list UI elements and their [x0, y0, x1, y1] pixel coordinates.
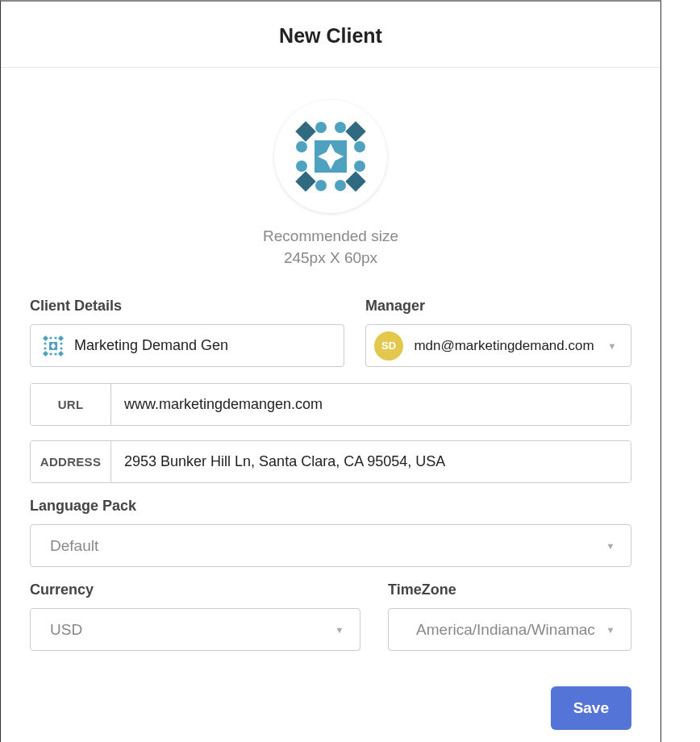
- language-pack-select[interactable]: Default ▼: [30, 524, 631, 567]
- svg-rect-1: [345, 121, 365, 141]
- svg-rect-18: [58, 351, 64, 356]
- recommended-size-line1: Recommended size: [263, 226, 398, 248]
- client-logo-icon: [290, 116, 371, 197]
- currency-value: USD: [50, 621, 82, 639]
- language-pack-value: Default: [50, 537, 98, 555]
- timezone-label: TimeZone: [388, 582, 631, 598]
- address-field[interactable]: ADDRESS 2953 Bunker Hill Ln, Santa Clara…: [30, 440, 631, 483]
- chevron-down-icon: ▼: [332, 623, 347, 637]
- svg-point-9: [296, 160, 307, 172]
- language-pack-label: Language Pack: [30, 498, 631, 515]
- manager-label: Manager: [365, 298, 631, 315]
- svg-point-25: [60, 342, 62, 344]
- svg-point-26: [60, 347, 62, 349]
- svg-rect-2: [295, 171, 315, 191]
- svg-rect-15: [43, 336, 48, 341]
- svg-rect-0: [295, 121, 315, 141]
- recommended-size-hint: Recommended size 245px X 60px: [263, 226, 398, 269]
- svg-point-4: [315, 122, 327, 133]
- manager-select[interactable]: SD mdn@marketingdemand.com ▼: [365, 324, 631, 367]
- svg-point-6: [315, 180, 327, 191]
- recommended-size-line2: 245px X 60px: [263, 248, 398, 269]
- new-client-modal: New Client: [0, 0, 661, 742]
- svg-point-21: [49, 352, 52, 355]
- chevron-down-icon: ▼: [603, 623, 618, 637]
- client-name-value: Marketing Demand Gen: [74, 337, 332, 354]
- modal-body: Recommended size 245px X 60px Client Det…: [1, 68, 660, 742]
- url-value[interactable]: www.marketingdemangen.com: [111, 384, 631, 425]
- svg-point-10: [354, 141, 365, 152]
- svg-rect-17: [43, 351, 48, 356]
- timezone-select[interactable]: America/Indiana/Winamac ▼: [388, 608, 631, 651]
- svg-point-24: [44, 347, 46, 349]
- save-button[interactable]: Save: [551, 686, 631, 730]
- logo-upload[interactable]: [274, 100, 387, 213]
- manager-avatar: SD: [374, 331, 403, 361]
- svg-point-19: [49, 336, 52, 339]
- svg-rect-16: [58, 336, 64, 341]
- svg-point-22: [54, 352, 56, 355]
- address-prefix-label: ADDRESS: [31, 441, 111, 482]
- manager-email: mdn@marketingdemand.com: [403, 338, 605, 354]
- address-value[interactable]: 2953 Bunker Hill Ln, Santa Clara, CA 950…: [111, 441, 631, 482]
- svg-rect-3: [345, 171, 365, 191]
- currency-label: Currency: [30, 582, 360, 598]
- modal-header: New Client: [1, 2, 660, 68]
- svg-point-8: [296, 141, 307, 152]
- modal-footer: Save: [30, 667, 631, 730]
- svg-point-23: [44, 342, 46, 344]
- logo-section: Recommended size 245px X 60px: [30, 100, 631, 269]
- url-prefix-label: URL: [31, 384, 111, 425]
- client-details-label: Client Details: [30, 298, 344, 315]
- page-title: New Client: [1, 24, 660, 48]
- svg-point-20: [54, 336, 56, 339]
- svg-point-5: [335, 122, 346, 133]
- svg-point-11: [354, 160, 365, 172]
- client-icon: [42, 335, 65, 357]
- url-field[interactable]: URL www.marketingdemangen.com: [30, 383, 631, 426]
- currency-select[interactable]: USD ▼: [30, 608, 360, 651]
- chevron-down-icon: ▼: [605, 339, 619, 353]
- client-name-field[interactable]: Marketing Demand Gen: [30, 324, 344, 367]
- chevron-down-icon: ▼: [603, 539, 618, 553]
- svg-point-7: [335, 180, 346, 191]
- timezone-value: America/Indiana/Winamac: [408, 621, 603, 639]
